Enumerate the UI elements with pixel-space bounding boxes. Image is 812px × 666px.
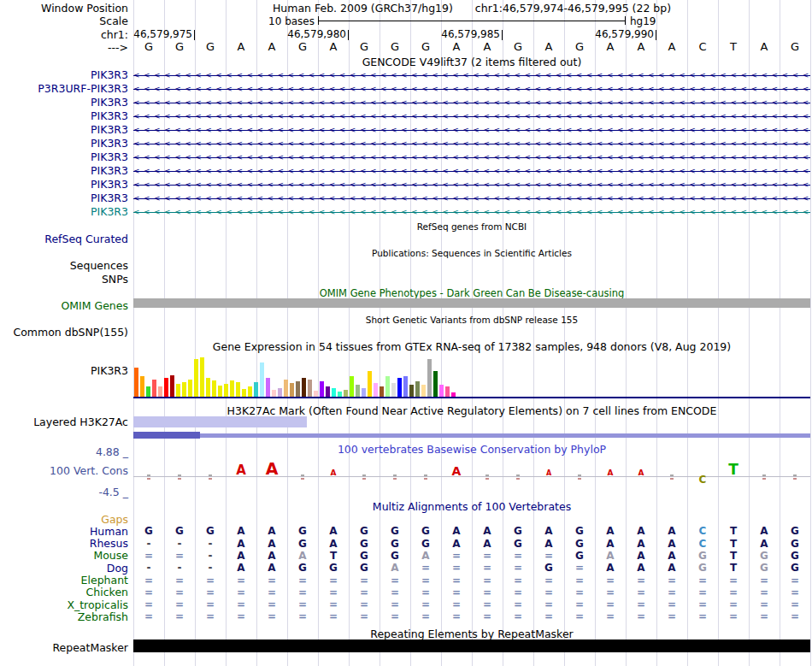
alignment-base: C <box>699 525 707 537</box>
alignment-base: = <box>514 550 522 562</box>
gene-label[interactable]: PIK3R3 <box>0 192 128 203</box>
alignment-base: A <box>606 525 614 537</box>
species-label-chicken[interactable]: Chicken <box>0 586 128 598</box>
alignment-base: = <box>668 610 676 622</box>
alignment-base: = <box>452 562 461 574</box>
alignment-base: = <box>391 586 399 598</box>
alignment-base: = <box>544 610 553 622</box>
alignment-base: G <box>791 525 799 537</box>
alignment-base: = <box>360 598 368 610</box>
gene-label[interactable]: P3R3URF-PIK3R3 <box>0 83 128 94</box>
alignment-base: T <box>330 550 337 562</box>
alignment-row-zebrafish[interactable]: ====================== <box>133 610 810 622</box>
repeatmasker-label[interactable]: RepeatMasker <box>0 642 128 653</box>
alignment-base: = <box>514 575 522 586</box>
species-label-zebrafish[interactable]: Zebrafish <box>0 611 128 622</box>
alignment-base: = <box>637 575 645 586</box>
gene-label[interactable]: PIK3R3 <box>0 179 128 190</box>
species-label-gaps[interactable]: Gaps <box>0 514 128 525</box>
gene-label[interactable]: PIK3R3 <box>0 138 128 149</box>
alignment-base: G <box>575 550 584 562</box>
alignment-base: - <box>178 538 182 550</box>
alignment-base: = <box>544 586 553 598</box>
alignment-base: G <box>514 538 522 550</box>
alignment-base: = <box>606 586 615 598</box>
gene-label[interactable]: PIK3R3 <box>0 97 128 108</box>
alignment-base: = <box>421 598 430 610</box>
alignment-base: = <box>329 598 338 610</box>
alignment-base: = <box>421 586 430 598</box>
alignment-base: A <box>268 525 275 537</box>
alignment-base: = <box>575 562 584 574</box>
alignment-base: = <box>483 550 491 562</box>
alignment-base: A <box>668 525 675 537</box>
alignment-base: = <box>268 586 276 598</box>
alignment-base: G <box>298 525 307 537</box>
gene-label[interactable]: PIK3R3 <box>0 69 128 80</box>
alignment-base: G <box>391 525 399 537</box>
alignment-base: G <box>144 525 153 537</box>
alignment-base: = <box>268 598 276 610</box>
alignment-row-elephant[interactable]: ====================== <box>133 575 810 586</box>
alignment-base: A <box>606 538 614 550</box>
alignment-base: A <box>760 538 768 550</box>
alignment-base: = <box>144 575 153 586</box>
alignment-base: = <box>668 586 676 598</box>
alignment-base: = <box>360 586 368 598</box>
species-label-rhesus[interactable]: Rhesus <box>0 538 128 549</box>
alignment-base: G <box>206 525 215 537</box>
species-label-dog[interactable]: Dog <box>0 563 128 574</box>
gene-label[interactable]: PIK3R3 <box>0 206 128 217</box>
species-label-x_tropicalis[interactable]: X_tropicalis <box>0 599 128 610</box>
alignment-base: G <box>791 550 799 562</box>
alignment-base: = <box>452 550 461 562</box>
alignment-base: = <box>698 598 707 610</box>
repeatmasker-bar[interactable] <box>133 639 810 652</box>
ucsc-genome-browser: Window Position Human Feb. 2009 (GRCh37/… <box>0 0 812 666</box>
alignment-base: = <box>237 586 245 598</box>
alignment-base: = <box>268 575 276 586</box>
alignment-base: A <box>452 538 460 550</box>
alignment-base: = <box>206 586 215 598</box>
gene-label[interactable]: PIK3R3 <box>0 151 128 162</box>
alignment-base: = <box>175 550 184 562</box>
alignment-base: G <box>360 525 368 537</box>
alignment-base: = <box>544 575 553 586</box>
species-label-mouse[interactable]: Mouse <box>0 550 128 561</box>
alignment-base: = <box>575 575 584 586</box>
alignment-base: = <box>237 598 245 610</box>
alignment-base: G <box>329 562 338 574</box>
alignment-base: A <box>668 538 675 550</box>
alignment-base: = <box>760 586 768 598</box>
alignment-base: = <box>268 610 276 622</box>
alignment-row-human[interactable]: GGGAAGAGGGAAGAGAAACTAG <box>133 525 810 537</box>
alignment-base: G <box>544 562 553 574</box>
alignment-base: = <box>452 586 461 598</box>
alignment-base: = <box>144 598 153 610</box>
alignment-base: = <box>329 575 338 586</box>
alignment-base: = <box>514 562 522 574</box>
species-label-elephant[interactable]: Elephant <box>0 575 128 586</box>
gene-label[interactable]: PIK3R3 <box>0 124 128 135</box>
alignment-row-dog[interactable]: ---AAGGGA====G=AAAGTGG <box>133 562 810 574</box>
alignment-base: A <box>637 562 644 574</box>
alignment-base: A <box>637 525 644 537</box>
gene-label[interactable]: PIK3R3 <box>0 165 128 176</box>
alignment-row-rhesus[interactable]: ---AAGAGGGAAGAGAAACTAG <box>133 538 810 550</box>
alignment-base: T <box>730 538 737 550</box>
repeatmasker-title: Repeating Elements by RepeatMasker <box>133 628 810 639</box>
alignment-base: = <box>575 598 584 610</box>
alignment-base: A <box>637 538 644 550</box>
alignment-base: = <box>606 610 615 622</box>
alignment-row-chicken[interactable]: ====================== <box>133 586 810 598</box>
alignment-base: G <box>391 550 399 562</box>
alignment-base: G <box>391 538 399 550</box>
gene-label[interactable]: PIK3R3 <box>0 110 128 121</box>
alignment-row-mouse[interactable]: ==-AAATGGA====GAAAGTGG <box>133 550 810 562</box>
alignment-base: G <box>360 538 368 550</box>
alignment-base: A <box>421 550 429 562</box>
alignment-row-gaps[interactable] <box>133 513 810 525</box>
alignment-base: = <box>729 598 738 610</box>
species-label-human[interactable]: Human <box>0 526 128 537</box>
alignment-row-x_tropicalis[interactable]: ====================== <box>133 598 810 610</box>
